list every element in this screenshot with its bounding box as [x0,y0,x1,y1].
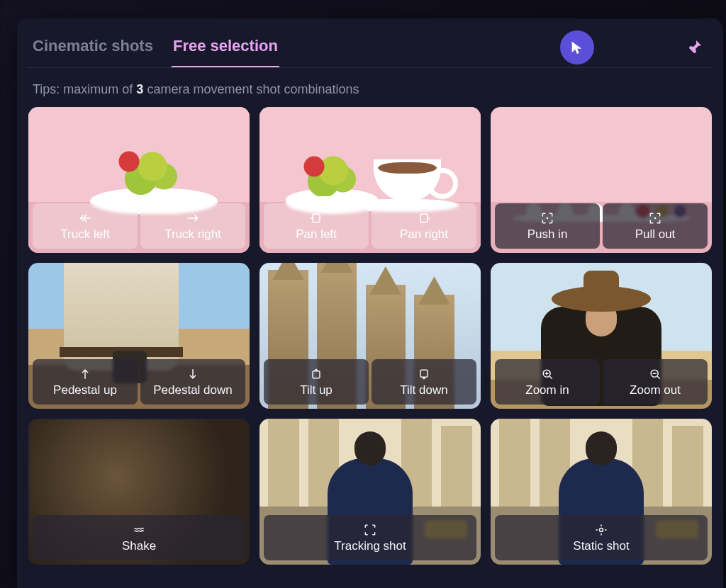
option-tracking-shot[interactable]: Tracking shot [264,515,476,560]
card-pan[interactable]: Pan left Pan right [259,107,481,253]
option-label: Static shot [573,539,629,553]
option-zoom-in[interactable]: Zoom in [495,359,600,405]
option-pedestal-down[interactable]: Pedestal down [140,359,245,405]
card-static[interactable]: Static shot [491,419,712,565]
grid-row: Pedestal up Pedestal down Tilt up [28,263,712,409]
card-tilt[interactable]: Tilt up Tilt down [259,263,481,409]
option-overlay: Pedestal up Pedestal down [33,359,245,405]
svg-rect-0 [313,214,320,222]
option-overlay: Static shot [495,515,708,560]
pin-icon [686,38,703,55]
svg-rect-5 [420,370,428,377]
tracking-icon [363,523,377,537]
svg-point-2 [547,217,549,219]
card-shake[interactable]: Shake [28,419,250,565]
movement-grid: Truck left Truck right Pan left [27,107,713,565]
option-tilt-down[interactable]: Tilt down [372,359,476,405]
option-label: Tracking shot [334,539,406,553]
option-overlay: Tracking shot [264,515,476,560]
option-label: Pull out [635,227,676,242]
option-label: Pedestal down [153,383,233,397]
option-overlay: Shake [33,515,245,560]
option-label: Pan left [296,227,337,242]
card-pedestal[interactable]: Pedestal up Pedestal down [28,263,250,409]
option-label: Pedestal up [53,383,117,397]
option-pan-right[interactable]: Pan right [372,203,476,249]
pan-right-icon [417,211,431,225]
camera-movement-panel: Cinematic shots Free selection Tips: max… [17,18,723,588]
card-zoom[interactable]: Zoom in Zoom out [491,263,712,409]
option-overlay: Pan left Pan right [264,203,476,249]
grid-row: Truck left Truck right Pan left [28,107,712,253]
option-overlay: Tilt up Tilt down [264,359,476,405]
option-pull-out[interactable]: Pull out [603,203,708,249]
option-tilt-up[interactable]: Tilt up [264,359,369,405]
svg-rect-4 [313,371,320,378]
option-pan-left[interactable]: Pan left [264,203,369,249]
card-push-pull[interactable]: Push in Pull out [491,107,712,253]
arrow-up-icon [78,367,92,381]
shake-icon [132,523,146,537]
static-icon [594,523,608,537]
option-label: Shake [122,539,156,553]
svg-point-3 [654,217,657,219]
option-truck-right[interactable]: Truck right [140,203,245,249]
tab-bar: Cinematic shots Free selection [27,28,713,68]
card-truck[interactable]: Truck left Truck right [28,107,250,253]
arrow-left-icon [78,211,92,225]
tips-prefix: Tips: maximum of [33,82,136,96]
card-tracking[interactable]: Tracking shot [259,419,481,565]
option-label: Tilt down [400,383,447,397]
tilt-up-icon [309,367,323,381]
option-label: Truck left [60,227,109,242]
tab-free-selection[interactable]: Free selection [172,30,279,67]
pin-button[interactable] [681,33,709,61]
tab-cinematic-shots[interactable]: Cinematic shots [31,30,155,67]
option-zoom-out[interactable]: Zoom out [603,359,708,405]
svg-point-8 [600,528,603,531]
svg-rect-1 [420,214,428,222]
arrow-down-icon [186,367,200,381]
option-push-in[interactable]: Push in [495,203,600,249]
option-pedestal-up[interactable]: Pedestal up [33,359,138,405]
grid-row: Shake Tracking shot [28,419,712,565]
zoom-in-icon [540,367,554,381]
option-label: Zoom in [525,383,569,397]
option-label: Push in [527,227,568,242]
cursor-icon [569,40,585,55]
push-in-icon [540,211,554,225]
option-label: Zoom out [630,383,681,397]
tips-suffix: camera movement shot combinations [143,82,359,96]
tilt-down-icon [417,367,431,381]
option-label: Tilt up [300,383,333,397]
option-overlay: Truck left Truck right [33,203,245,249]
cursor-indicator [560,30,594,64]
tips-max-count: 3 [136,82,143,96]
pan-left-icon [309,211,323,225]
option-overlay: Zoom in Zoom out [495,359,708,405]
arrow-right-icon [186,211,200,225]
zoom-out-icon [648,367,662,381]
option-truck-left[interactable]: Truck left [33,203,138,249]
option-overlay: Push in Pull out [495,203,708,249]
option-static-shot[interactable]: Static shot [495,515,708,560]
pull-out-icon [648,211,662,225]
option-shake[interactable]: Shake [33,515,245,560]
option-label: Truck right [164,227,221,242]
tips-text: Tips: maximum of 3 camera movement shot … [27,68,713,107]
option-label: Pan right [400,227,448,242]
